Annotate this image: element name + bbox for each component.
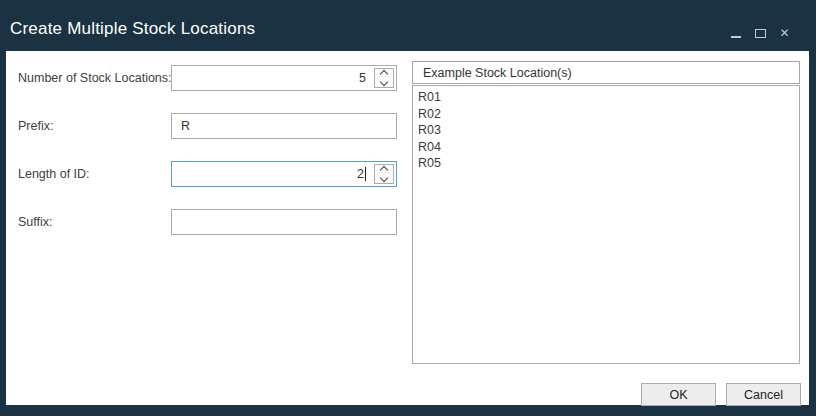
close-button[interactable]: ✕: [779, 28, 790, 39]
number-of-stock-locations-label: Number of Stock Locations:: [18, 65, 168, 91]
minimize-button[interactable]: [731, 28, 742, 39]
length-of-id-label: Length of ID:: [18, 161, 168, 187]
list-item: R03: [413, 122, 799, 139]
length-of-id-stepper[interactable]: [374, 164, 394, 184]
dialog-content: Number of Stock Locations: 5 Prefix: R L…: [6, 51, 809, 405]
dialog-window: Create Multiple Stock Locations ✕ Number…: [0, 0, 816, 416]
number-of-stock-locations-value: 5: [359, 66, 366, 90]
length-of-id-value: 2: [357, 162, 366, 186]
list-item: R05: [413, 155, 799, 172]
number-of-stock-locations-field[interactable]: 5: [171, 65, 397, 91]
chevron-down-icon[interactable]: [380, 78, 388, 86]
number-of-stock-locations-stepper[interactable]: [374, 68, 394, 88]
prefix-field[interactable]: R: [171, 113, 397, 139]
length-of-id-field[interactable]: 2: [171, 161, 397, 187]
list-item: R04: [413, 139, 799, 156]
ok-button[interactable]: OK: [641, 383, 716, 406]
list-item: R02: [413, 106, 799, 123]
maximize-button[interactable]: [755, 28, 766, 39]
example-stock-locations-list[interactable]: R01 R02 R03 R04 R05: [412, 85, 800, 364]
minimize-icon: [731, 36, 741, 38]
chevron-down-icon[interactable]: [380, 174, 388, 182]
prefix-label: Prefix:: [18, 113, 168, 139]
suffix-label: Suffix:: [18, 209, 168, 235]
title-bar[interactable]: Create Multiple Stock Locations ✕: [0, 0, 816, 51]
text-caret: [365, 167, 366, 181]
example-stock-locations-header: Example Stock Location(s): [412, 61, 800, 84]
window-title: Create Multiple Stock Locations: [10, 19, 255, 39]
suffix-field[interactable]: [171, 209, 397, 235]
prefix-value: R: [172, 119, 190, 133]
window-controls: ✕: [731, 27, 790, 39]
cancel-button[interactable]: Cancel: [726, 383, 801, 406]
maximize-icon: [755, 29, 766, 38]
list-item: R01: [413, 89, 799, 106]
